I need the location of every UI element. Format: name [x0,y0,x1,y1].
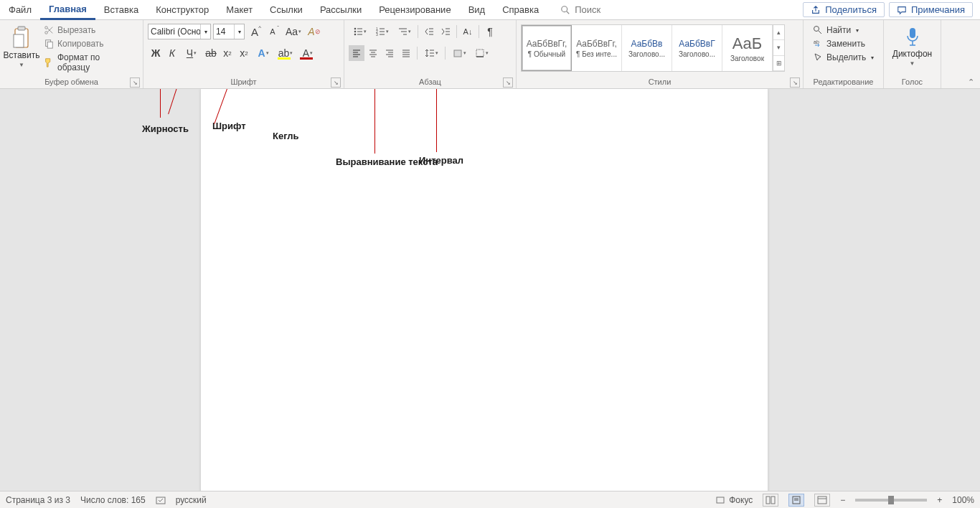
menu-mailings[interactable]: Рассылки [311,0,370,19]
menu-bar: Файл Главная Вставка Конструктор Макет С… [0,0,980,20]
styles-scroll-2[interactable]: ⊞ [773,56,784,71]
text-effects-button[interactable]: A▾ [253,45,274,61]
copy-button[interactable]: Копировать [42,38,136,50]
cut-button[interactable]: Вырезать [42,24,136,36]
svg-rect-55 [910,28,915,38]
style-item-0[interactable]: АаБбВвГг,¶ Обычный [522,25,572,71]
status-bar: Страница 3 из 3 Число слов: 165 русский … [0,491,980,508]
replace-button[interactable]: ab Заменить [811,38,876,50]
paragraph-group-label: Абзац [419,77,441,86]
status-word-count[interactable]: Число слов: 165 [80,495,146,505]
superscript-button[interactable]: x2 [236,45,252,61]
share-icon [811,5,821,15]
style-item-3[interactable]: АаБбВвГЗаголово... [672,25,722,71]
styles-scroll-0[interactable]: ▴ [773,25,784,40]
style-preview: АаБбВвГг, [576,39,617,49]
subscript-button[interactable]: x2 [220,45,235,61]
ribbon-collapse-area: ⌃ [941,20,980,88]
annotation-line-font [168,89,191,114]
shrink-font-button[interactable]: Aˇ [265,24,281,39]
zoom-slider[interactable] [855,499,927,502]
sort-button[interactable]: A↓ [460,24,476,39]
menu-file[interactable]: Файл [0,0,40,19]
justify-button[interactable] [398,45,414,61]
bold-button[interactable]: Ж [148,45,164,61]
format-painter-label: Формат по образцу [57,52,133,72]
paragraph-launcher[interactable]: ↘ [503,77,513,88]
show-marks-button[interactable]: ¶ [482,24,498,39]
view-print-button[interactable] [788,494,804,507]
select-button[interactable]: Выделить▾ [811,52,876,63]
menu-review[interactable]: Рецензирование [370,0,459,19]
style-item-1[interactable]: АаБбВвГг,¶ Без инте... [572,25,622,71]
svg-point-52 [814,27,819,32]
styles-scroll-1[interactable]: ▾ [773,40,784,55]
styles-gallery[interactable]: АаБбВвГг,¶ ОбычныйАаБбВвГг,¶ Без инте...… [521,24,785,72]
styles-launcher[interactable]: ↘ [790,77,800,88]
borders-button[interactable]: ▾ [471,45,492,61]
menu-design[interactable]: Конструктор [147,0,217,19]
font-launcher[interactable]: ↘ [331,77,341,88]
font-size-combo[interactable]: 14 ▾ [213,24,245,39]
focus-label: Фокус [729,495,753,505]
strikethrough-button[interactable]: ab [203,45,219,61]
annotation-bold: Жирность [142,123,189,134]
menu-home[interactable]: Главная [40,0,95,20]
share-button[interactable]: Поделиться [803,2,885,17]
view-read-button[interactable] [763,494,778,507]
search-box[interactable]: Поиск [547,0,600,19]
highlight-button[interactable]: ab▾ [275,45,296,61]
zoom-out-button[interactable]: − [840,495,845,505]
clipboard-launcher[interactable]: ↘ [130,77,140,88]
zoom-in-button[interactable]: + [937,495,942,505]
menu-help[interactable]: Справка [494,0,547,19]
view-web-button[interactable] [814,494,830,507]
svg-point-11 [354,31,356,33]
status-focus[interactable]: Фокус [715,495,753,505]
bullets-button[interactable]: ▾ [349,24,370,39]
style-preview: АаБбВвГг, [527,39,567,49]
document-page[interactable] [201,89,768,491]
menu-view[interactable]: Вид [460,0,494,19]
decrease-indent-button[interactable] [421,24,437,39]
comments-button[interactable]: Примечания [889,2,973,17]
clear-formatting-button[interactable]: A⊘ [306,24,322,39]
svg-rect-50 [476,50,484,57]
align-left-button[interactable] [349,45,364,61]
style-name: ¶ Обычный [528,50,565,58]
style-item-4[interactable]: АаБЗаголовок [722,25,773,71]
cut-label: Вырезать [57,25,95,35]
menu-layout[interactable]: Макет [217,0,261,19]
format-painter-button[interactable]: Формат по образцу [42,52,136,73]
align-right-button[interactable] [382,45,397,61]
underline-button[interactable]: Ч▾ [181,45,202,61]
zoom-level[interactable]: 100% [952,495,974,505]
status-page[interactable]: Страница 3 из 3 [6,495,70,505]
annotation-font: Шрифт [212,121,246,131]
collapse-ribbon-button[interactable]: ⌃ [968,77,974,87]
status-language[interactable]: русский [176,495,207,505]
menu-insert[interactable]: Вставка [95,0,147,19]
shading-button[interactable]: ▾ [448,45,470,61]
status-spellcheck-icon[interactable] [156,495,166,505]
align-center-button[interactable] [365,45,381,61]
grow-font-button[interactable]: A^ [247,24,263,39]
italic-button[interactable]: К [164,45,180,61]
increase-indent-button[interactable] [438,24,453,39]
style-item-2[interactable]: АаБбВвЗаголово... [622,25,672,71]
menu-references[interactable]: Ссылки [261,0,311,19]
document-area: Жирность Шрифт Кегль Выравнивание текста… [0,89,980,491]
style-preview: АаБ [732,34,763,53]
paste-button[interactable]: Вставить ▼ [4,23,39,71]
svg-rect-59 [771,497,775,504]
change-case-button[interactable]: Aa▾ [283,24,304,39]
font-color-button[interactable]: A▾ [297,45,319,61]
multilevel-list-button[interactable]: ▾ [393,24,415,39]
numbering-button[interactable]: 123▾ [371,24,392,39]
replace-label: Заменить [826,39,865,49]
find-button[interactable]: Найти▾ [811,24,876,36]
font-name-combo[interactable]: Calibri (Осно ▾ [148,24,211,39]
dictate-button[interactable]: Диктофон ▼ [888,23,936,70]
annotation-size: Кегль [273,131,299,141]
line-spacing-button[interactable]: ▾ [420,45,442,61]
